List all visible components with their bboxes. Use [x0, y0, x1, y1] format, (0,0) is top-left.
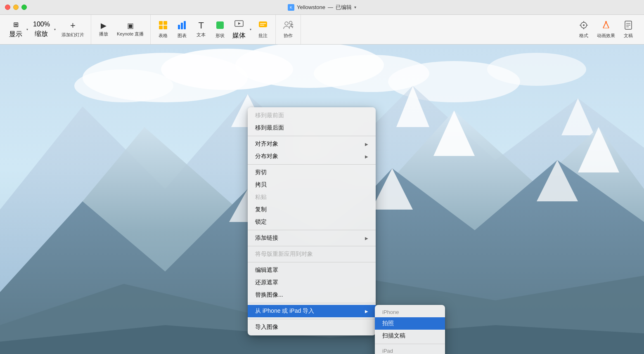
menu-item-cut[interactable]: 剪切: [248, 166, 376, 179]
svg-rect-10: [259, 21, 267, 27]
menu-item-distribute-objects[interactable]: 分布对象 ▶: [248, 150, 376, 163]
menu-item-move-to-front[interactable]: 移到最前面: [248, 109, 376, 122]
separator-2: [248, 164, 376, 165]
document-label: 文稿: [624, 33, 633, 39]
menu-item-lock[interactable]: 锁定: [248, 216, 376, 228]
svg-rect-3: [163, 26, 167, 29]
display-main[interactable]: ⊞ 显示: [7, 19, 25, 40]
zoom-label: 缩放: [35, 30, 48, 38]
menu-item-import-from-iphone-ipad[interactable]: 从 iPhone 或 iPad 导入 ▶ iPhone 拍照 扫描文稿 iPad…: [248, 305, 376, 317]
submenu-arrow-icon: ▶: [365, 236, 368, 241]
svg-point-36: [487, 53, 586, 86]
svg-point-32: [74, 69, 173, 102]
submenu-item-iphone-scan[interactable]: 扫描文稿: [375, 330, 445, 342]
toolbar: ⊞ 显示 ▾ 100% 缩放 ▾ + 添加幻灯片 ▶ 播放 ▣: [0, 15, 644, 45]
separator-6: [248, 303, 376, 303]
svg-point-13: [285, 22, 288, 25]
text-button[interactable]: T 文本: [192, 19, 210, 40]
play-label: 播放: [99, 31, 108, 37]
svg-rect-0: [159, 21, 163, 25]
traffic-lights: [5, 5, 27, 10]
collaborate-button[interactable]: 协作: [279, 19, 297, 40]
chart-icon: [178, 21, 187, 31]
table-label: 表格: [159, 33, 168, 39]
svg-rect-6: [184, 21, 186, 29]
separator-3: [248, 230, 376, 230]
add-slide-button[interactable]: + 添加幻灯片: [58, 19, 88, 40]
title-chevron-icon[interactable]: ▾: [354, 5, 356, 9]
svg-point-14: [289, 21, 292, 24]
collaborate-label: 协作: [284, 33, 293, 39]
svg-marker-9: [238, 22, 241, 25]
svg-rect-2: [159, 26, 163, 29]
toolbar-group-righttools: 格式 动画效果 文稿: [571, 15, 641, 44]
fullscreen-button[interactable]: [21, 5, 27, 10]
submenu-import: iPhone 拍照 扫描文稿 iPad 拍照 扫描文稿: [375, 305, 445, 354]
display-label: 显示: [9, 30, 22, 39]
media-label: 媒体: [232, 31, 246, 40]
document-button[interactable]: 文稿: [619, 19, 637, 40]
media-icon: [234, 19, 244, 30]
menu-item-align-objects[interactable]: 对齐对象 ▶: [248, 138, 376, 150]
submenu-arrow-icon: ▶: [365, 309, 368, 314]
zoom-button[interactable]: 100% 缩放 ▾: [31, 19, 57, 40]
comment-button[interactable]: 批注: [254, 19, 272, 40]
submenu-arrow-icon: ▶: [365, 154, 368, 159]
svg-rect-5: [181, 23, 183, 29]
toolbar-group-insert: 表格 图表 T 文本 形状: [151, 15, 276, 44]
submenu-arrow-icon: ▶: [365, 142, 368, 146]
menu-item-duplicate[interactable]: 复制: [248, 203, 376, 216]
shape-icon: [215, 21, 225, 31]
display-arrow[interactable]: ▾: [25, 26, 30, 33]
menu-item-paste[interactable]: 粘贴: [248, 191, 376, 203]
svg-rect-7: [216, 21, 224, 29]
menu-item-replace-image[interactable]: 替换图像...: [248, 289, 376, 301]
context-menu: 移到最前面 移到最后面 对齐对象 ▶ 分布对象 ▶ 剪切 拷贝 粘贴 复制 锁定: [248, 107, 376, 335]
table-button[interactable]: 表格: [154, 19, 172, 40]
menu-item-reapply-master[interactable]: 将母版重新应用到对象: [248, 248, 376, 260]
keynote-live-icon: ▣: [127, 22, 134, 29]
zoom-main[interactable]: 100% 缩放: [31, 19, 52, 40]
play-button[interactable]: ▶ 播放: [95, 20, 113, 39]
menu-item-restore-mask[interactable]: 还原遮罩: [248, 276, 376, 289]
menu-item-import-image[interactable]: 导入图像: [248, 321, 376, 333]
doc-icon: K: [288, 4, 294, 11]
chevron-down-icon: ▾: [26, 28, 28, 31]
plus-icon: +: [70, 21, 76, 30]
keynote-live-button[interactable]: ▣ Keynote 直播: [114, 21, 147, 39]
chart-button[interactable]: 图表: [173, 19, 191, 40]
separator-7: [248, 319, 376, 319]
menu-item-move-to-back[interactable]: 移到最后面: [248, 122, 376, 134]
comment-icon: [258, 21, 268, 31]
close-button[interactable]: [5, 5, 10, 10]
document-icon: [624, 21, 632, 31]
svg-point-19: [583, 24, 585, 26]
submenu-section-ipad: iPad: [375, 346, 445, 354]
media-button[interactable]: 媒体 ▾: [230, 17, 253, 42]
menu-item-copy[interactable]: 拷贝: [248, 179, 376, 191]
zoom-arrow[interactable]: ▾: [52, 26, 57, 33]
toolbar-group-collab: 协作: [276, 15, 301, 44]
media-arrow[interactable]: ▾: [248, 26, 253, 33]
keynote-live-label: Keynote 直播: [117, 31, 144, 37]
collab-icon: [283, 21, 293, 31]
minimize-button[interactable]: [13, 5, 19, 10]
shape-label: 形状: [215, 33, 225, 39]
table-icon: [159, 21, 168, 31]
format-button[interactable]: 格式: [575, 19, 593, 40]
media-main[interactable]: 媒体: [230, 17, 248, 42]
animate-button[interactable]: 动画效果: [594, 19, 618, 40]
menu-item-edit-mask[interactable]: 编辑遮罩: [248, 264, 376, 276]
chevron-down-icon: ▾: [54, 28, 56, 31]
chart-label: 图表: [178, 33, 187, 39]
svg-rect-1: [163, 21, 167, 25]
animate-label: 动画效果: [597, 33, 615, 39]
menu-item-add-link[interactable]: 添加链接 ▶: [248, 232, 376, 244]
text-icon: T: [199, 21, 204, 30]
toolbar-group-view: ⊞ 显示 ▾ 100% 缩放 ▾ + 添加幻灯片: [3, 15, 91, 44]
edited-status: 已编辑: [336, 4, 352, 11]
shape-button[interactable]: 形状: [211, 19, 229, 40]
display-button[interactable]: ⊞ 显示 ▾: [7, 19, 30, 40]
submenu-item-iphone-photo[interactable]: 拍照: [375, 317, 445, 330]
submenu-section-iphone: iPhone: [375, 307, 445, 317]
